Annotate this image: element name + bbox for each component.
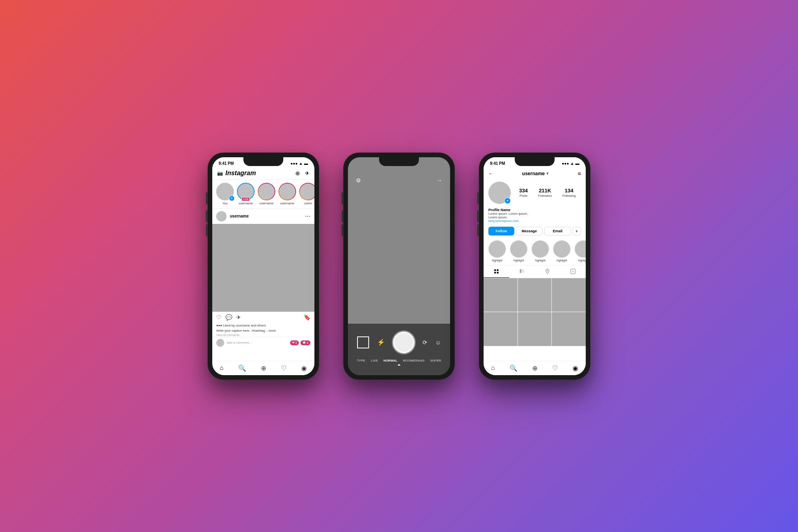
notification-badges: ❤ 2 💬 1 [290,340,310,345]
status-icons-profile: ●●● ▲ ▬ [562,161,579,166]
boomerang-icon[interactable]: ⟳ [423,339,427,346]
grid-cell-4[interactable] [484,312,518,346]
nav-home-icon[interactable]: ⌂ [220,364,224,372]
share-icon[interactable]: ✈ [236,314,241,320]
comment-input[interactable]: Add a comment... [227,341,288,344]
like-icon[interactable]: ♡ [216,314,221,320]
story-item-4[interactable]: username [279,183,296,205]
back-arrow-icon[interactable]: ← [488,171,493,176]
profile-tabs [484,265,586,278]
profile-plus-button[interactable]: + [504,198,511,204]
post-more-icon[interactable]: ⋯ [305,213,310,220]
story-label-3: username [259,202,274,205]
profile-numbers: 334 Posts 211K Followers 134 Following [514,188,581,198]
battery-icon-p: ▬ [575,161,579,166]
nav-heart-icon[interactable]: ♡ [281,364,286,372]
tab-grid[interactable] [484,265,509,278]
grid-cell-6[interactable] [552,312,586,346]
camera-bottom: ⚡ ⟳ ☺ TYPE LIVE NORMAL BOOMERANG SUPER [348,324,450,375]
story-item-5[interactable]: usern [299,183,314,205]
switch-camera-arrow[interactable]: → [437,177,442,184]
nav-search-icon-p[interactable]: 🔍 [510,364,518,372]
bottom-nav-profile: ⌂ 🔍 ⊕ ♡ ◉ [484,361,586,375]
like-badge: ❤ 2 [290,340,299,345]
story-item-3[interactable]: username [258,183,275,205]
stat-following[interactable]: 134 Following [562,188,576,198]
grid-icon [494,269,499,274]
mode-live[interactable]: LIVE [371,359,378,362]
stories-row: + You LIVE username use [212,180,314,209]
grid-cell-3[interactable] [552,278,586,312]
menu-icon[interactable]: ≡ [578,170,581,177]
nav-add-icon[interactable]: ⊕ [261,364,266,372]
tab-tagged[interactable] [560,265,586,278]
grid-cell-1[interactable] [484,278,518,312]
shutter-button[interactable] [393,332,415,353]
commenter-avatar [216,339,224,347]
tab-list[interactable] [509,265,535,278]
comment-icon[interactable]: 💬 [225,314,232,320]
stat-posts[interactable]: 334 Posts [519,188,528,198]
phone-feed-screen: 9:41 PM ●●● ▲ ▬ 📷 Instagram ⊕ ✈ [212,157,314,375]
add-post-icon[interactable]: ⊕ [295,170,300,176]
message-button[interactable]: Message [516,227,543,235]
view-all-comments[interactable]: View all comments [212,333,314,337]
post-image [212,224,314,312]
nav-add-icon-p[interactable]: ⊕ [532,364,537,372]
nav-heart-icon-p[interactable]: ♡ [552,364,558,372]
profile-buttons: Follow Message Email ∨ [484,225,586,237]
nav-home-icon-p[interactable]: ⌂ [491,364,495,372]
add-comment-row: Add a comment... ❤ 2 💬 1 [212,337,314,348]
tab-location[interactable] [535,265,560,278]
live-badge: LIVE [241,197,250,201]
mode-type[interactable]: TYPE [357,359,365,362]
highlight-circle-1 [488,240,506,258]
stat-followers[interactable]: 211K Followers [538,188,552,198]
flash-icon[interactable]: ⚡ [377,338,385,346]
post-left-actions: ♡ 💬 ✈ [216,314,241,320]
ig-header-icons[interactable]: ⊕ ✈ [295,170,310,176]
effects-icon[interactable]: ☺ [435,339,441,346]
gallery-icon[interactable] [357,336,369,348]
highlights-row: highlight highlight highlight highlight … [484,237,586,265]
email-button[interactable]: Email [544,227,571,235]
settings-icon[interactable]: ⚙ [356,177,361,184]
highlight-item-1[interactable]: highlight [488,240,506,262]
bio-link[interactable]: blog.loremipsum.com [488,219,581,223]
tag-icon [570,269,576,274]
story-label-live: username [239,202,253,205]
highlight-label-2: highlight [514,259,524,262]
highlight-item-3[interactable]: highlight [531,240,549,262]
profile-avatar-wrap: + [488,182,511,204]
story-item-live[interactable]: LIVE username [237,183,255,205]
status-bar-feed: 9:41 PM ●●● ▲ ▬ [212,157,314,167]
messenger-icon[interactable]: ✈ [305,170,310,176]
highlight-item-4[interactable]: highlight [553,240,571,262]
nav-profile-icon[interactable]: ◉ [301,364,307,372]
mode-normal[interactable]: NORMAL [383,359,397,362]
story-label-you: You [222,202,228,205]
grid-cell-2[interactable] [518,278,552,312]
ig-logo: Instagram [225,170,256,177]
highlight-item-2[interactable]: highlight [510,240,527,262]
nav-profile-icon-p[interactable]: ◉ [573,364,578,372]
mode-super[interactable]: SUPER [430,359,441,362]
mode-boomerang[interactable]: BOOMERANG [403,359,425,362]
bookmark-icon[interactable]: 🔖 [304,314,310,320]
story-item-you[interactable]: + You [216,183,234,205]
post-user-info: username [216,211,249,222]
story-plus-icon: + [229,196,235,201]
highlight-item-5[interactable]: highlight [575,240,586,262]
highlight-label-4: highlight [557,259,567,262]
follow-button[interactable]: Follow [488,227,514,235]
nav-search-icon[interactable]: 🔍 [238,364,246,372]
camera-mode-indicator [348,364,450,367]
phone-camera-screen: ⚙ → ⚡ ⟳ ☺ TYPE LIVE NORMAL BOOMERAN [348,157,450,375]
profile-username-text: username [522,171,545,176]
camera-viewfinder [348,188,450,324]
more-options-button[interactable]: ∨ [573,227,581,235]
signal-icon-p: ●●● [562,161,569,166]
grid-cell-5[interactable] [518,312,552,346]
caption-text: Write your caption here...#hashtag ...mo… [216,329,276,332]
svg-point-8 [547,270,548,271]
